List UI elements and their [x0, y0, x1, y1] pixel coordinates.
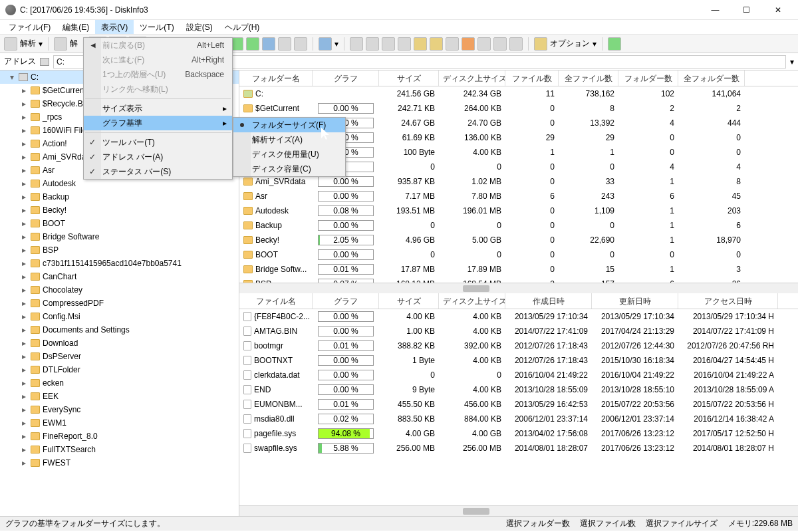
table-row[interactable]: BSP0.07 %168.12 MB168.54 MB2157626 — [239, 277, 798, 283]
analyze-label[interactable]: 解析 — [20, 38, 36, 49]
column-header[interactable]: 更新日時 — [592, 293, 678, 309]
table-row[interactable]: swapfile.sys5.88 %256.00 MB256.00 MB2014… — [239, 441, 798, 456]
file-hscroll[interactable] — [239, 505, 798, 516]
table-row[interactable]: Autodesk0.08 %193.51 MB196.01 MB01,10912… — [239, 203, 798, 218]
analyze-icon[interactable] — [4, 37, 17, 51]
globe-icon[interactable] — [608, 37, 621, 51]
refresh-icon[interactable] — [262, 37, 275, 51]
folder-grid[interactable]: C:241.56 GB242.34 GB11738,162102141,064$… — [239, 86, 798, 283]
submenu-disk-cap[interactable]: ディスク容量(C) — [233, 162, 345, 176]
tool8-icon[interactable] — [477, 37, 491, 51]
tool2-icon[interactable] — [366, 37, 379, 51]
menu-forward[interactable]: 次に進む(F)Alt+Right — [84, 53, 232, 67]
tool7-icon[interactable] — [462, 37, 475, 51]
column-header[interactable]: ディスク上サイズ — [439, 293, 505, 309]
graph-basis-submenu[interactable]: フォルダーサイズ(F) 解析サイズ(A) ディスク使用量(U) ディスク容量(C… — [233, 117, 346, 177]
tree-item[interactable]: ▸BSP — [0, 243, 239, 257]
submenu-folder-size[interactable]: フォルダーサイズ(F) — [233, 118, 345, 132]
view-dropdown[interactable]: ◄前に戻る(B)Alt+Left 次に進む(F)Alt+Right 1つ上の階層… — [83, 37, 233, 180]
column-header[interactable]: 全フォルダー数 — [678, 70, 745, 86]
tree-item[interactable]: ▸DsPServer — [0, 350, 239, 363]
clipboard-icon[interactable] — [493, 37, 507, 51]
address-dropdown-icon[interactable]: ▾ — [790, 57, 794, 66]
menu-back[interactable]: ◄前に戻る(B)Alt+Left — [84, 38, 232, 53]
open-icon[interactable] — [278, 37, 291, 51]
tree-item[interactable]: ▸DTLFolder — [0, 363, 239, 376]
export-icon[interactable] — [294, 37, 307, 51]
table-row[interactable]: Becky!2.05 %4.96 GB5.00 GB022,690118,970 — [239, 233, 798, 247]
menu-view[interactable]: 表示(V) — [95, 20, 134, 34]
tool4-icon[interactable] — [398, 37, 411, 51]
tree-item[interactable]: ▸EEK — [0, 390, 239, 403]
tree-item[interactable]: ▸c73b1f1151415965acd104e7bb0a5741 — [0, 257, 239, 270]
tree-item[interactable]: ▸Becky! — [0, 203, 239, 217]
tool5-icon[interactable] — [414, 37, 427, 51]
tree-item[interactable]: ▸Download — [0, 336, 239, 350]
menu-file[interactable]: ファイル(F) — [3, 20, 57, 34]
column-header[interactable]: アクセス日時 — [678, 293, 778, 309]
user-icon[interactable] — [319, 37, 332, 51]
tree-item[interactable]: ▸ecken — [0, 376, 239, 390]
maximize-button[interactable]: ☐ — [732, 1, 761, 19]
table-row[interactable]: Asr0.00 %7.17 MB7.80 MB6243645 — [239, 189, 798, 203]
column-header[interactable]: フォルダー数 — [618, 70, 678, 86]
column-header[interactable]: ディスク上サイズ — [439, 70, 505, 86]
gear-icon[interactable] — [534, 37, 547, 51]
menu-statusbar[interactable]: ✓ステータス バー(S) — [84, 164, 232, 179]
menu-link[interactable]: リンク先へ移動(L) — [84, 82, 232, 96]
file-grid[interactable]: {FE8F4B0C-2...0.00 %4.00 KB4.00 KB2013/0… — [239, 309, 798, 505]
menu-size-display[interactable]: サイズ表示▸ — [84, 101, 232, 116]
menu-up[interactable]: 1つ上の階層へ(U)Backspace — [84, 67, 232, 82]
table-row[interactable]: clerkdata.dat0.00 %002016/10/04 21:49:22… — [239, 368, 798, 382]
tree-item[interactable]: ▸BOOT — [0, 217, 239, 230]
tree-item[interactable]: ▸CanChart — [0, 270, 239, 283]
column-header[interactable]: ファイル数 — [505, 70, 559, 86]
menu-toolbar[interactable]: ✓ツール バー(T) — [84, 135, 232, 150]
stop-icon[interactable] — [54, 37, 67, 51]
tree-item[interactable]: ▸CompressedPDF — [0, 297, 239, 310]
table-row[interactable]: Backup0.00 %000016 — [239, 218, 798, 233]
menu-addressbar[interactable]: ✓アドレス バー(A) — [84, 150, 232, 164]
table-row[interactable]: $GetCurrent0.00 %242.71 KB264.00 KB0822 — [239, 101, 798, 116]
column-header[interactable]: フォルダー名 — [239, 70, 313, 86]
tool3-icon[interactable] — [382, 37, 395, 51]
table-row[interactable]: C:241.56 GB242.34 GB11738,162102141,064 — [239, 86, 798, 101]
tool1-icon[interactable] — [350, 37, 363, 51]
tree-item[interactable]: ▸Documents and Settings — [0, 323, 239, 336]
tree-item[interactable]: ▸Chocolatey — [0, 283, 239, 297]
nav-right-icon[interactable] — [246, 37, 259, 51]
column-header[interactable]: グラフ — [313, 293, 379, 309]
tree-item[interactable]: ▸Config.Msi — [0, 310, 239, 323]
table-row[interactable]: pagefile.sys94.08 %4.00 GB4.00 GB2013/04… — [239, 426, 798, 441]
submenu-disk-used[interactable]: ディスク使用量(U) — [233, 147, 345, 162]
table-row[interactable]: END0.00 %9 Byte4.00 KB2013/10/28 18:55:0… — [239, 382, 798, 397]
table-row[interactable]: msdia80.dll0.02 %883.50 KB884.00 KB2006/… — [239, 412, 798, 426]
table-row[interactable]: Bridge Softw...0.01 %17.87 MB17.89 MB015… — [239, 262, 798, 277]
column-header[interactable]: グラフ — [313, 70, 379, 86]
close-button[interactable]: ✕ — [763, 1, 793, 19]
tree-item[interactable]: ▸EverySync — [0, 403, 239, 416]
menu-settings[interactable]: 設定(S) — [180, 20, 219, 34]
tree-item[interactable]: ▸Bridge Software — [0, 230, 239, 243]
tool6-icon[interactable] — [430, 37, 443, 51]
tree-item[interactable]: ▸EWM1 — [0, 416, 239, 430]
column-header[interactable]: 作成日時 — [505, 293, 592, 309]
table-row[interactable]: BOOTNXT0.00 %1 Byte4.00 KB2012/07/26 17:… — [239, 353, 798, 368]
table-row[interactable]: BOOT0.00 %000000 — [239, 247, 798, 262]
table-row[interactable]: bootmgr0.01 %388.82 KB392.00 KB2012/07/2… — [239, 338, 798, 353]
tree-item[interactable]: ▸FullTXTSearch — [0, 443, 239, 456]
menu-help[interactable]: ヘルプ(H) — [219, 20, 266, 34]
table-row[interactable]: AMTAG.BIN0.00 %1.00 KB4.00 KB2014/07/22 … — [239, 324, 798, 338]
column-header[interactable]: ファイル名 — [239, 293, 313, 309]
calendar-icon[interactable] — [446, 37, 459, 51]
minimize-button[interactable]: — — [700, 1, 730, 19]
menu-graph-basis[interactable]: グラフ基準▸ — [84, 116, 232, 130]
menu-tool[interactable]: ツール(T) — [134, 20, 180, 34]
tree-item[interactable]: ▸Backup — [0, 190, 239, 203]
column-header[interactable]: サイズ — [379, 293, 439, 309]
folder-hscroll[interactable] — [239, 283, 798, 293]
column-header[interactable]: サイズ — [379, 70, 439, 86]
tool9-icon[interactable] — [509, 37, 523, 51]
options-label[interactable]: オプション — [550, 38, 590, 49]
table-row[interactable]: {FE8F4B0C-2...0.00 %4.00 KB4.00 KB2013/0… — [239, 309, 798, 324]
